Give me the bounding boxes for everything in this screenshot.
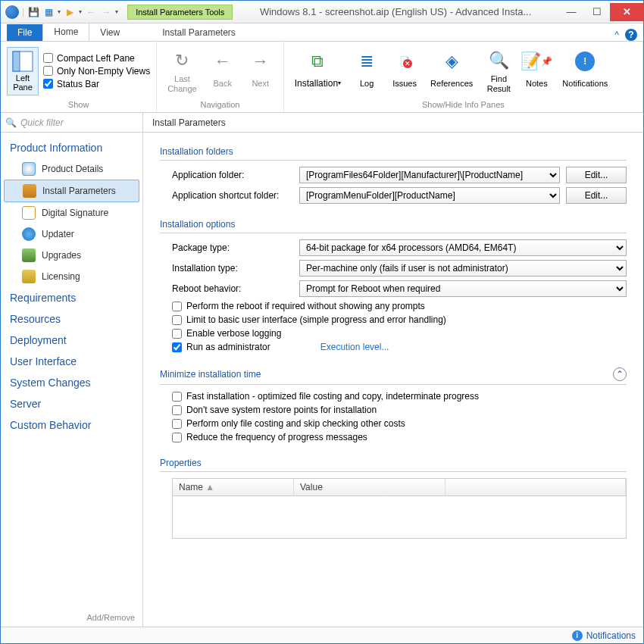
properties-col-value[interactable]: Value <box>294 479 445 496</box>
tab-view[interactable]: View <box>89 24 130 41</box>
perform-reboot-checkbox[interactable] <box>172 302 182 311</box>
back-button[interactable]: ← Back <box>206 48 239 95</box>
shortcut-folder-edit-button[interactable]: Edit... <box>566 187 627 204</box>
app-folder-edit-button[interactable]: Edit... <box>566 167 627 183</box>
properties-col-name[interactable]: Name ▲ <box>173 479 294 496</box>
status-bar-checkbox[interactable]: Status Bar <box>43 79 150 89</box>
sidebar-section-system-changes[interactable]: System Changes <box>4 372 139 393</box>
content-scroll[interactable]: Installation folders Application folder:… <box>143 133 643 627</box>
tab-home[interactable]: Home <box>42 23 89 41</box>
group-navigation-label: Navigation <box>163 98 277 111</box>
shortcut-folder-combo[interactable]: [ProgramMenuFolder][ProductName] <box>299 187 560 204</box>
left-pane-button[interactable]: Left Pane <box>7 47 39 95</box>
qat-divider: | <box>22 7 24 17</box>
next-button[interactable]: → Next <box>244 48 277 95</box>
notifications-icon: ! <box>573 49 597 73</box>
tab-install-parameters[interactable]: Install Parameters <box>152 24 246 41</box>
ribbon: Left Pane Compact Left Pane Only Non-Emp… <box>1 42 643 113</box>
statusbar: i Notifications <box>1 627 643 643</box>
fast-install-label: Fast installation - optimized file costi… <box>186 391 479 402</box>
last-change-button[interactable]: ↻ Last Change <box>163 47 202 94</box>
content-header: Install Parameters <box>143 113 643 133</box>
log-button[interactable]: ≣ Log <box>350 48 383 95</box>
build-icon[interactable]: ▦ <box>42 6 55 18</box>
status-notifications-button[interactable]: i Notifications <box>572 630 636 641</box>
upgrades-icon <box>22 249 36 262</box>
section-installation-folders: Installation folders <box>160 142 627 161</box>
quick-filter-input[interactable]: 🔍 Quick filter <box>1 113 142 133</box>
issues-button[interactable]: 📄✕ Issues <box>388 48 421 95</box>
limit-ui-checkbox[interactable] <box>172 315 182 325</box>
sidebar-section-resources[interactable]: Resources <box>4 308 139 330</box>
sidebar-section-product-info[interactable]: Product Information <box>4 137 139 158</box>
qat-menu-icon[interactable]: ▾ <box>115 8 118 15</box>
group-show-label: Show <box>7 98 150 111</box>
properties-col-empty <box>445 479 626 496</box>
sidebar-add-remove[interactable]: Add/Remove <box>1 608 142 627</box>
sidebar: 🔍 Quick filter Product Information Produ… <box>1 113 143 627</box>
collapse-ribbon-icon[interactable]: ^ <box>614 30 619 40</box>
notifications-button[interactable]: ! Notifications <box>558 48 612 95</box>
svg-rect-1 <box>13 52 20 71</box>
installation-type-select[interactable]: Per-machine only (fails if user is not a… <box>299 260 627 277</box>
sort-asc-icon: ▲ <box>205 482 214 492</box>
references-button[interactable]: ◈ References <box>426 48 477 95</box>
sidebar-section-deployment[interactable]: Deployment <box>4 330 139 351</box>
file-costing-checkbox[interactable] <box>172 419 182 429</box>
sidebar-item-product-details[interactable]: Product Details <box>4 158 139 180</box>
tab-file[interactable]: File <box>7 24 42 41</box>
verbose-logging-checkbox[interactable] <box>172 329 182 339</box>
left-pane-label: Left Pane <box>13 73 33 92</box>
digital-signature-icon <box>22 206 36 220</box>
main: 🔍 Quick filter Product Information Produ… <box>1 113 643 627</box>
properties-table[interactable]: Name ▲ Value <box>172 478 627 539</box>
maximize-button[interactable]: ☐ <box>584 3 610 21</box>
back-arrow-icon[interactable]: ← <box>85 6 97 18</box>
run-admin-checkbox[interactable] <box>172 342 182 352</box>
app-folder-combo[interactable]: [ProgramFiles64Folder][Manufacturer]\[Pr… <box>299 167 560 183</box>
quick-access-toolbar: | 💾 ▦ ▾ ▶ ▾ ← → ▾ <box>1 5 123 19</box>
sidebar-item-digital-signature[interactable]: Digital Signature <box>4 202 139 224</box>
sidebar-item-updater[interactable]: Updater <box>4 224 139 245</box>
installation-type-label: Installation type: <box>172 263 293 274</box>
compact-left-pane-checkbox[interactable]: Compact Left Pane <box>43 53 150 64</box>
sidebar-item-install-parameters[interactable]: Install Parameters <box>4 180 139 202</box>
window-title: Windows 8.1 - screenshot.aip (English US… <box>233 6 558 17</box>
package-type-select[interactable]: 64-bit package for x64 processors (AMD64… <box>299 239 627 256</box>
verbose-logging-label: Enable verbose logging <box>186 328 281 339</box>
find-icon: 🔍 <box>486 48 511 73</box>
ribbon-tabs: File Home View Install Parameters ^ ? <box>1 23 643 42</box>
only-nonempty-checkbox[interactable]: Only Non-Empty Views <box>43 66 150 77</box>
notes-button[interactable]: 📝📌 Notes <box>520 48 553 95</box>
qat-dropdown-icon[interactable]: ▾ <box>58 8 61 15</box>
sidebar-section-server[interactable]: Server <box>4 393 139 414</box>
collapse-section-icon[interactable]: ⌃ <box>613 367 627 381</box>
notes-icon: 📝📌 <box>524 49 549 73</box>
run-icon[interactable]: ▶ <box>64 6 76 18</box>
section-installation-options: Installation options <box>160 214 627 233</box>
minimize-button[interactable]: — <box>558 3 584 21</box>
licensing-icon <box>22 270 36 283</box>
fast-install-checkbox[interactable] <box>172 392 182 402</box>
section-minimize-time: Minimize installation time⌃ <box>160 363 627 385</box>
reboot-behavior-select[interactable]: Prompt for Reboot when required <box>299 280 627 297</box>
shortcut-folder-label: Application shortcut folder: <box>172 190 293 201</box>
forward-arrow-icon[interactable]: → <box>100 6 112 18</box>
save-icon[interactable]: 💾 <box>27 6 39 18</box>
sidebar-item-upgrades[interactable]: Upgrades <box>4 245 139 266</box>
sidebar-item-licensing[interactable]: Licensing <box>4 266 139 287</box>
section-properties: Properties <box>160 453 627 472</box>
no-restore-checkbox[interactable] <box>172 405 182 415</box>
content-area: Install Parameters Installation folders … <box>143 113 643 627</box>
help-icon[interactable]: ? <box>625 29 637 41</box>
qat-dropdown2-icon[interactable]: ▾ <box>79 8 82 15</box>
sidebar-section-user-interface[interactable]: User Interface <box>4 351 139 372</box>
sidebar-section-requirements[interactable]: Requirements <box>4 287 139 308</box>
reduce-progress-checkbox[interactable] <box>172 433 182 442</box>
sidebar-section-custom-behavior[interactable]: Custom Behavior <box>4 414 139 436</box>
installation-button[interactable]: ⧉ Installation▾ <box>290 48 345 95</box>
find-result-button[interactable]: 🔍 Find Result <box>482 47 515 94</box>
close-button[interactable]: ✕ <box>610 3 643 21</box>
perform-reboot-label: Perform the reboot if required without s… <box>186 301 425 311</box>
execution-level-link[interactable]: Execution level... <box>320 342 389 352</box>
